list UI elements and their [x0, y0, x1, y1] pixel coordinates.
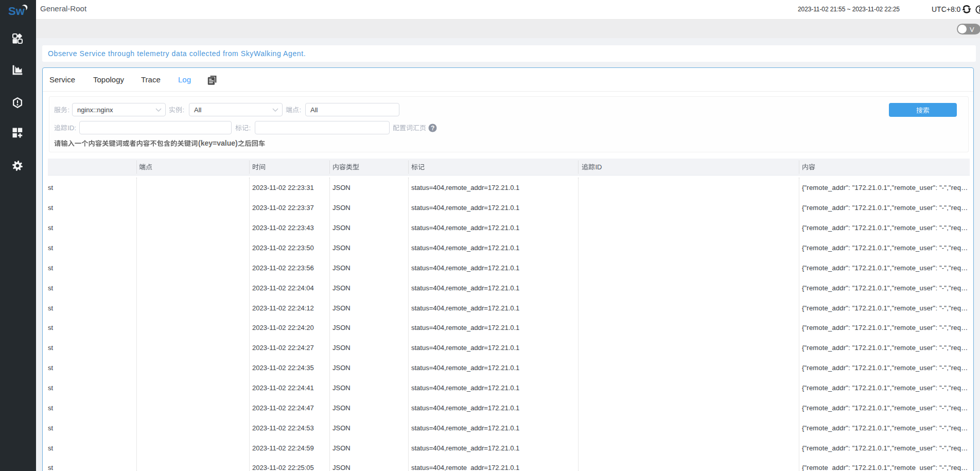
svg-text:2023-11-02 22:23:43: 2023-11-02 22:23:43: [252, 224, 314, 232]
svg-text:{"remote_addr": "172.21.0.1",": {"remote_addr": "172.21.0.1","remote_use…: [802, 424, 968, 432]
svg-text:st: st: [48, 404, 54, 412]
svg-text:status=404,remote_addr=172.21.: status=404,remote_addr=172.21.0.1: [411, 204, 519, 212]
svg-text:JSON: JSON: [332, 384, 351, 392]
svg-text:st: st: [48, 304, 54, 312]
svg-text:2023-11-02 22:23:50: 2023-11-02 22:23:50: [252, 244, 314, 252]
svg-text:status=404,remote_addr=172.21.: status=404,remote_addr=172.21.0.1: [411, 324, 519, 332]
svg-text:2023-11-02 22:24:04: 2023-11-02 22:24:04: [252, 284, 314, 292]
svg-text:st: st: [48, 344, 54, 352]
svg-text:?: ?: [431, 125, 434, 132]
svg-text:status=404,remote_addr=172.21.: status=404,remote_addr=172.21.0.1: [411, 344, 519, 352]
svg-text:JSON: JSON: [332, 364, 351, 372]
svg-text:JSON: JSON: [332, 224, 351, 232]
svg-text:st: st: [48, 384, 54, 392]
svg-text:st: st: [48, 444, 54, 452]
svg-text:2023-11-02 22:24:59: 2023-11-02 22:24:59: [252, 444, 314, 452]
svg-text:All: All: [194, 106, 202, 114]
svg-text:2023-11-02 22:24:53: 2023-11-02 22:24:53: [252, 424, 314, 432]
svg-text:2023-11-02 22:23:56: 2023-11-02 22:23:56: [252, 264, 314, 272]
svg-text:UTC+8:0: UTC+8:0: [932, 5, 961, 13]
svg-text:Topology: Topology: [93, 75, 125, 84]
svg-text:status=404,remote_addr=172.21.: status=404,remote_addr=172.21.0.1: [411, 224, 519, 232]
svg-text:ID:: ID:: [68, 124, 77, 132]
svg-text:st: st: [48, 264, 54, 272]
svg-text:Log: Log: [178, 75, 191, 84]
svg-text:2023-11-02 22:23:31: 2023-11-02 22:23:31: [252, 184, 314, 191]
svg-text:JSON: JSON: [332, 184, 351, 191]
svg-text:status=404,remote_addr=172.21.: status=404,remote_addr=172.21.0.1: [411, 364, 519, 372]
svg-text:{"remote_addr": "172.21.0.1",": {"remote_addr": "172.21.0.1","remote_use…: [802, 204, 968, 212]
svg-text:2023-11-02 22:24:41: 2023-11-02 22:24:41: [252, 384, 314, 392]
svg-text:2023-11-02 22:25:05: 2023-11-02 22:25:05: [252, 464, 314, 471]
svg-text:V: V: [970, 26, 974, 33]
svg-text:{"remote_addr": "172.21.0.1",": {"remote_addr": "172.21.0.1","remote_use…: [802, 224, 968, 232]
svg-text:JSON: JSON: [332, 284, 351, 292]
svg-text:{"remote_addr": "172.21.0.1",": {"remote_addr": "172.21.0.1","remote_use…: [802, 444, 968, 452]
svg-text:status=404,remote_addr=172.21.: status=404,remote_addr=172.21.0.1: [411, 444, 519, 452]
svg-text:All: All: [310, 106, 318, 114]
svg-text:status=404,remote_addr=172.21.: status=404,remote_addr=172.21.0.1: [411, 244, 519, 252]
svg-text:JSON: JSON: [332, 424, 351, 432]
svg-text::: :: [249, 124, 251, 132]
svg-text:JSON: JSON: [332, 344, 351, 352]
svg-text:status=404,remote_addr=172.21.: status=404,remote_addr=172.21.0.1: [411, 184, 519, 191]
svg-text:(key=value): (key=value): [198, 139, 238, 147]
svg-text:{"remote_addr": "172.21.0.1",": {"remote_addr": "172.21.0.1","remote_use…: [802, 464, 968, 471]
svg-text::: :: [300, 106, 302, 114]
svg-text:st: st: [48, 284, 54, 292]
svg-text::: :: [68, 106, 70, 114]
svg-text:st: st: [48, 464, 54, 471]
svg-text:{"remote_addr": "172.21.0.1",": {"remote_addr": "172.21.0.1","remote_use…: [802, 244, 968, 252]
svg-text:status=404,remote_addr=172.21.: status=404,remote_addr=172.21.0.1: [411, 304, 519, 312]
svg-text:st: st: [48, 364, 54, 372]
svg-text:status=404,remote_addr=172.21.: status=404,remote_addr=172.21.0.1: [411, 464, 519, 471]
svg-text:status=404,remote_addr=172.21.: status=404,remote_addr=172.21.0.1: [411, 424, 519, 432]
svg-text:JSON: JSON: [332, 244, 351, 252]
svg-text:{"remote_addr": "172.21.0.1",": {"remote_addr": "172.21.0.1","remote_use…: [802, 284, 968, 292]
svg-text:JSON: JSON: [332, 404, 351, 412]
svg-text:nginx::nginx: nginx::nginx: [77, 106, 113, 114]
svg-text:JSON: JSON: [332, 304, 351, 312]
svg-text:st: st: [48, 204, 54, 212]
svg-text:JSON: JSON: [332, 324, 351, 332]
svg-text:Observe Service through teleme: Observe Service through telemetry data c…: [48, 49, 306, 58]
svg-text:{"remote_addr": "172.21.0.1",": {"remote_addr": "172.21.0.1","remote_use…: [802, 184, 968, 191]
svg-text:JSON: JSON: [332, 444, 351, 452]
svg-text:{"remote_addr": "172.21.0.1",": {"remote_addr": "172.21.0.1","remote_use…: [802, 364, 968, 372]
svg-text:{"remote_addr": "172.21.0.1",": {"remote_addr": "172.21.0.1","remote_use…: [802, 304, 968, 312]
svg-text:Service: Service: [49, 75, 75, 84]
svg-text:{"remote_addr": "172.21.0.1",": {"remote_addr": "172.21.0.1","remote_use…: [802, 384, 968, 392]
svg-text:2023-11-02 21:55 ~ 2023-11-02: 2023-11-02 21:55 ~ 2023-11-02 22:25: [798, 6, 900, 13]
svg-text:st: st: [48, 184, 54, 191]
svg-text:2023-11-02 22:23:37: 2023-11-02 22:23:37: [252, 204, 314, 212]
svg-text:JSON: JSON: [332, 464, 351, 471]
svg-text:{"remote_addr": "172.21.0.1",": {"remote_addr": "172.21.0.1","remote_use…: [802, 264, 968, 272]
svg-text:General-Root: General-Root: [40, 4, 87, 13]
svg-text:{"remote_addr": "172.21.0.1",": {"remote_addr": "172.21.0.1","remote_use…: [802, 404, 968, 412]
svg-text:2023-11-02 22:24:20: 2023-11-02 22:24:20: [252, 324, 314, 332]
svg-text:Trace: Trace: [141, 75, 161, 84]
svg-text:status=404,remote_addr=172.21.: status=404,remote_addr=172.21.0.1: [411, 384, 519, 392]
svg-text:2023-11-02 22:24:35: 2023-11-02 22:24:35: [252, 364, 314, 372]
svg-text:status=404,remote_addr=172.21.: status=404,remote_addr=172.21.0.1: [411, 264, 519, 272]
svg-text:ID: ID: [596, 163, 602, 171]
svg-text:st: st: [48, 324, 54, 332]
svg-text:st: st: [48, 224, 54, 232]
svg-text:JSON: JSON: [332, 204, 351, 212]
svg-text:st: st: [48, 424, 54, 432]
svg-text:2023-11-02 22:24:47: 2023-11-02 22:24:47: [252, 404, 314, 412]
svg-text:status=404,remote_addr=172.21.: status=404,remote_addr=172.21.0.1: [411, 404, 519, 412]
svg-text:{"remote_addr": "172.21.0.1",": {"remote_addr": "172.21.0.1","remote_use…: [802, 344, 968, 352]
svg-text::: :: [183, 106, 185, 114]
svg-text:{"remote_addr": "172.21.0.1",": {"remote_addr": "172.21.0.1","remote_use…: [802, 324, 968, 332]
svg-text:2023-11-02 22:24:12: 2023-11-02 22:24:12: [252, 304, 314, 312]
svg-text:2023-11-02 22:24:27: 2023-11-02 22:24:27: [252, 344, 314, 352]
svg-text:st: st: [48, 244, 54, 252]
svg-text:JSON: JSON: [332, 264, 351, 272]
svg-text:status=404,remote_addr=172.21.: status=404,remote_addr=172.21.0.1: [411, 284, 519, 292]
